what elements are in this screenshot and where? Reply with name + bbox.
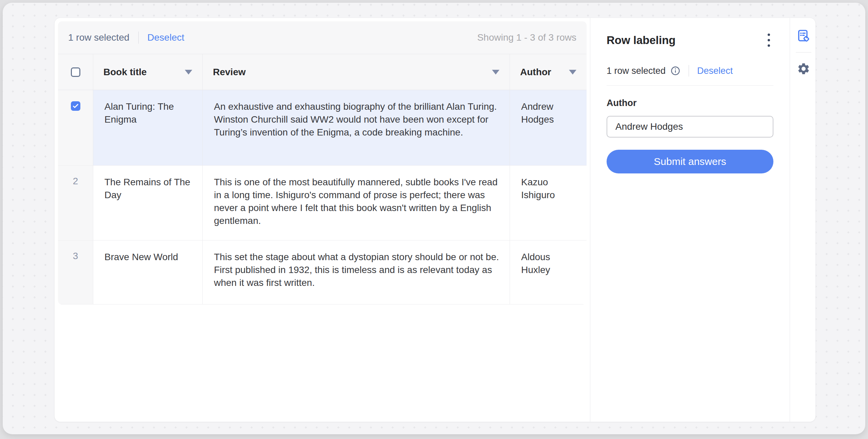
panel-title: Row labeling bbox=[607, 34, 676, 47]
table-row[interactable]: 3 Brave New World This set the stage abo… bbox=[58, 241, 587, 305]
data-table-section: 1 row selected Deselect Showing 1 - 3 of… bbox=[55, 18, 590, 422]
table-row[interactable]: 2 The Remains of The Day This is one of … bbox=[58, 166, 587, 241]
data-table: 1 row selected Deselect Showing 1 - 3 of… bbox=[58, 21, 587, 305]
column-label: Review bbox=[213, 67, 246, 78]
sort-caret-icon[interactable] bbox=[569, 70, 576, 75]
column-header-book-title[interactable]: Book title bbox=[93, 54, 203, 90]
sort-caret-icon[interactable] bbox=[492, 70, 499, 75]
column-label: Author bbox=[520, 67, 551, 78]
row-labeling-panel: Row labeling 1 row selected Deselect Aut… bbox=[590, 18, 790, 422]
select-all-checkbox[interactable] bbox=[71, 67, 80, 77]
column-label: Book title bbox=[103, 67, 147, 78]
column-header-author[interactable]: Author bbox=[510, 54, 587, 90]
table-body: Alan Turing: The Enigma An exhaustive an… bbox=[58, 90, 587, 305]
showing-rows-text: Showing 1 - 3 of 3 rows bbox=[477, 32, 576, 43]
row-labeling-icon[interactable] bbox=[796, 28, 811, 43]
review-cell: This is one of the most beautifully mann… bbox=[203, 166, 510, 240]
author-input[interactable] bbox=[607, 116, 773, 138]
content-card: 1 row selected Deselect Showing 1 - 3 of… bbox=[54, 18, 816, 422]
selected-count-text: 1 row selected bbox=[68, 32, 130, 43]
kebab-menu-icon[interactable] bbox=[764, 32, 773, 49]
book-title-cell: The Remains of The Day bbox=[93, 166, 203, 240]
row-checkbox-checked[interactable] bbox=[71, 101, 80, 111]
panel-deselect-link[interactable]: Deselect bbox=[697, 66, 733, 76]
select-all-cell bbox=[58, 54, 93, 90]
book-title-cell: Brave New World bbox=[93, 241, 203, 304]
panel-separator bbox=[607, 85, 773, 86]
author-field-label: Author bbox=[607, 98, 773, 108]
submit-answers-button[interactable]: Submit answers bbox=[607, 150, 773, 173]
panel-divider bbox=[689, 65, 689, 77]
author-cell: Andrew Hodges bbox=[510, 90, 587, 165]
settings-gear-icon[interactable] bbox=[796, 61, 811, 76]
deselect-link[interactable]: Deselect bbox=[147, 32, 184, 43]
panel-selection-row: 1 row selected Deselect bbox=[607, 65, 773, 77]
review-cell: An exhaustive and exhausting biography o… bbox=[203, 90, 510, 165]
table-header-row: Book title Review Author bbox=[58, 54, 587, 90]
table-row[interactable]: Alan Turing: The Enigma An exhaustive an… bbox=[58, 90, 587, 166]
row-number: 3 bbox=[58, 241, 93, 304]
toolbar-divider bbox=[138, 32, 139, 44]
panel-selected-count-text: 1 row selected bbox=[607, 66, 666, 76]
icon-sidebar bbox=[790, 18, 816, 422]
author-cell: Kazuo Ishiguro bbox=[510, 166, 587, 240]
row-select-cell bbox=[58, 90, 93, 165]
table-toolbar: 1 row selected Deselect Showing 1 - 3 of… bbox=[58, 21, 587, 54]
sidebar-divider bbox=[796, 52, 811, 53]
info-icon[interactable] bbox=[670, 66, 680, 76]
column-header-review[interactable]: Review bbox=[203, 54, 510, 90]
author-cell: Aldous Huxley bbox=[510, 241, 587, 304]
book-title-cell: Alan Turing: The Enigma bbox=[93, 90, 203, 165]
review-cell: This set the stage about what a dystopia… bbox=[203, 241, 510, 304]
app-window: 1 row selected Deselect Showing 1 - 3 of… bbox=[3, 3, 865, 434]
sort-caret-icon[interactable] bbox=[185, 70, 192, 75]
panel-header: Row labeling bbox=[607, 32, 773, 49]
row-number: 2 bbox=[58, 166, 93, 240]
check-icon bbox=[72, 102, 79, 110]
